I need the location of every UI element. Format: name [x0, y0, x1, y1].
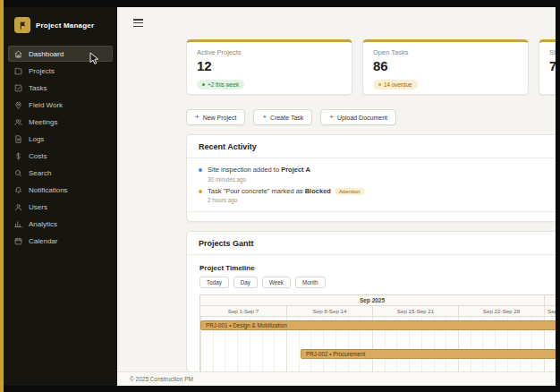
gantt-panel: Projects Gantt Project Timeline TodayDay…	[186, 231, 556, 372]
app-title: Project Manager	[36, 21, 94, 30]
create-task-button[interactable]: +Create Task	[253, 109, 312, 125]
sidebar-item-label: Notifications	[29, 186, 68, 194]
search-icon	[14, 169, 22, 177]
sidebar-item-calendar[interactable]: Calendar	[8, 233, 113, 249]
stat-badge: +2 this week	[197, 80, 244, 89]
stat-badge-label: 14 overdue	[384, 81, 412, 88]
users-icon	[14, 118, 22, 126]
panel-divider	[187, 211, 556, 212]
gantt-week-row: Sep 1-Sep 7Sep 8-Sep 14Sep 15-Sep 21Sep …	[200, 306, 556, 317]
map-pin-icon	[14, 101, 22, 109]
activity-dot-icon	[199, 168, 202, 172]
sidebar-item-label: Projects	[29, 67, 55, 75]
stat-card-3: Ste7	[539, 39, 556, 95]
gantt-grid: PRJ-001 • Design & MobilizationPRJ-002 •…	[200, 317, 556, 372]
stat-badge-label: +2 this week	[208, 81, 239, 88]
activity-text: Task "Pour concrete" marked as BlockedAt…	[208, 187, 365, 195]
recent-activity-panel: Recent Activity Site inspection added to…	[186, 134, 556, 222]
action-button-label: Upload Document	[337, 115, 387, 121]
tasks-icon	[14, 84, 22, 92]
sidebar-item-users[interactable]: Users	[8, 199, 113, 215]
main-area: Active Projects12+2 this weekOpen Tasks8…	[117, 7, 556, 386]
stat-label: Active Projects	[197, 48, 342, 56]
actions-row: +New Project+Create Task+Upload Document	[186, 109, 396, 125]
app-window: Project Manager DashboardProjectsTasksFi…	[4, 7, 556, 386]
upload-document-button[interactable]: +Upload Document	[320, 109, 396, 125]
gantt-month-row: Sep 2025	[200, 295, 556, 306]
gantt-week-label: Sep 15-Sep 21	[372, 306, 458, 316]
activity-item: Task "Pour concrete" marked as BlockedAt…	[187, 183, 556, 204]
folder-icon	[14, 67, 22, 75]
attention-badge: Attention	[335, 188, 365, 195]
recent-activity-title: Recent Activity	[187, 135, 556, 158]
gantt-subtitle: Project Timeline	[199, 264, 556, 272]
gantt-chart: Sep 2025 Sep 1-Sep 7Sep 8-Sep 14Sep 15-S…	[199, 294, 556, 372]
main-content: Active Projects12+2 this weekOpen Tasks8…	[117, 7, 556, 386]
sidebar-item-analytics[interactable]: Analytics	[8, 216, 113, 232]
plus-icon: +	[329, 114, 334, 121]
sidebar-item-label: Meetings	[29, 118, 57, 126]
view-button-day[interactable]: Day	[233, 277, 258, 288]
sidebar-item-label: Field Work	[29, 101, 63, 109]
footer-text: © 2025 Construction PM	[130, 376, 193, 382]
app-logo-icon	[14, 17, 30, 33]
stat-value: 12	[197, 58, 342, 73]
sidebar-item-meetings[interactable]: Meetings	[8, 114, 113, 130]
sidebar-nav: DashboardProjectsTasksField WorkMeetings…	[4, 41, 117, 253]
stat-badge: 14 overdue	[373, 80, 418, 89]
action-button-label: Create Task	[270, 115, 303, 121]
gantt-view-buttons: TodayDayWeekMonth	[199, 277, 556, 288]
stat-value: 7	[549, 58, 556, 73]
app-logo: Project Manager	[4, 7, 117, 41]
sidebar-item-field-work[interactable]: Field Work	[8, 97, 113, 113]
gantt-month-next-cell	[544, 295, 556, 305]
stat-card-1: Active Projects12+2 this week	[186, 39, 352, 95]
hamburger-menu-icon[interactable]	[133, 19, 143, 29]
view-button-month[interactable]: Month	[295, 277, 326, 288]
gantt-week-label: Sep 29-Oct 5	[544, 306, 556, 316]
stats-row: Active Projects12+2 this weekOpen Tasks8…	[186, 39, 556, 95]
bell-icon	[14, 186, 22, 194]
sidebar-item-label: Calendar	[29, 237, 57, 245]
view-button-week[interactable]: Week	[262, 277, 291, 288]
sidebar-item-search[interactable]: Search	[8, 165, 113, 181]
sidebar-item-label: Tasks	[29, 84, 47, 92]
sidebar-item-tasks[interactable]: Tasks	[8, 80, 113, 96]
sidebar-item-notifications[interactable]: Notifications	[8, 182, 113, 198]
gantt-title: Projects Gantt	[187, 232, 556, 255]
user-icon	[14, 203, 22, 211]
activity-body: Task "Pour concrete" marked as BlockedAt…	[208, 187, 365, 204]
stat-value: 86	[373, 58, 518, 73]
activity-item: Site inspection added to Project A30 min…	[187, 161, 556, 183]
gantt-bar-2[interactable]: PRJ-002 • Procurement	[301, 349, 556, 359]
gantt-week-label: Sep 1-Sep 7	[200, 306, 286, 316]
gantt-week-label: Sep 22-Sep 28	[458, 306, 544, 316]
sidebar-item-label: Dashboard	[29, 50, 64, 58]
activity-text: Site inspection added to Project A	[208, 166, 310, 174]
gantt-body: Project Timeline TodayDayWeekMonth Sep 2…	[187, 255, 556, 372]
gantt-bar-1[interactable]: PRJ-001 • Design & Mobilization	[200, 320, 556, 330]
sidebar-item-label: Logs	[29, 135, 44, 143]
sidebar-item-label: Analytics	[29, 220, 57, 228]
sidebar-item-label: Search	[29, 169, 51, 177]
file-icon	[14, 135, 22, 143]
sidebar-item-costs[interactable]: Costs	[8, 148, 113, 164]
plus-icon: +	[262, 114, 267, 121]
activity-body: Site inspection added to Project A30 min…	[208, 166, 310, 183]
sidebar-item-logs[interactable]: Logs	[8, 131, 113, 147]
stat-label: Ste	[549, 48, 556, 56]
activity-dot-icon	[199, 190, 202, 193]
activity-list: Site inspection added to Project A30 min…	[187, 158, 556, 203]
home-icon	[14, 50, 22, 58]
calendar-icon	[14, 237, 22, 245]
view-button-today[interactable]: Today	[199, 277, 229, 288]
chart-icon	[14, 220, 22, 228]
new-project-button[interactable]: +New Project	[186, 109, 245, 125]
badge-dot-icon	[202, 83, 205, 86]
badge-dot-icon	[378, 83, 381, 86]
gantt-week-label: Sep 8-Sep 14	[286, 306, 372, 316]
mouse-cursor	[89, 52, 99, 65]
dollar-icon	[14, 152, 22, 160]
activity-time: 2 hours ago	[208, 197, 365, 203]
sidebar-item-label: Users	[29, 203, 47, 211]
